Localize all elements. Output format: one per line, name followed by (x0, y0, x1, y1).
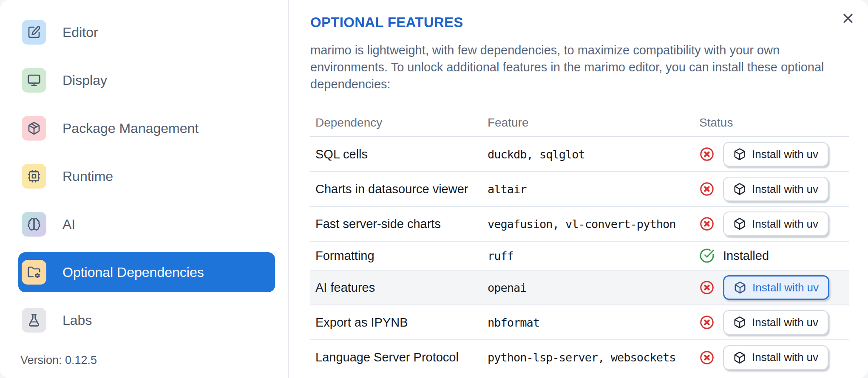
brain-icon (22, 212, 46, 237)
sidebar-item-label: Display (62, 73, 107, 88)
sidebar-nav: Editor Display Package Management Runtim… (18, 12, 275, 340)
dependency-name: Fast server-side charts (315, 217, 441, 231)
feature-packages: openai (488, 281, 527, 294)
feature-packages: ruff (488, 249, 513, 262)
table-row-formatting: Formatting ruff Installed (310, 241, 849, 270)
install-with-uv-button[interactable]: Install with uv (723, 310, 828, 335)
panel-description: marimo is lightweight, with few dependen… (310, 42, 844, 93)
box-icon (733, 183, 746, 195)
cpu-icon (22, 164, 46, 189)
sidebar-item-label: Optional Dependencies (62, 265, 204, 280)
sidebar-item-editor[interactable]: Editor (18, 12, 275, 52)
feature-packages: nbformat (488, 316, 539, 329)
sidebar-item-optional-dependencies[interactable]: Optional Dependencies (18, 252, 275, 292)
status-cell: Install with uv (699, 142, 849, 166)
status-cell: Install with uv (699, 212, 849, 236)
dependency-name: SQL cells (315, 147, 368, 161)
feature-packages: altair (488, 183, 527, 196)
box-icon (733, 217, 746, 230)
status-cell: Install with uv (699, 177, 849, 201)
table-row-charts-in-datasource-viewer: Charts in datasource viewer altair Insta… (310, 172, 849, 206)
folder-cog-icon (22, 260, 46, 285)
dependency-name: AI features (315, 281, 375, 294)
sidebar-item-label: Runtime (62, 169, 113, 184)
install-with-uv-button[interactable]: Install with uv (723, 275, 829, 300)
column-header-dependency: Dependency (310, 109, 488, 137)
install-with-uv-button[interactable]: Install with uv (723, 212, 828, 236)
sidebar-item-ai[interactable]: AI (18, 204, 275, 244)
dependency-name: Charts in datasource viewer (315, 182, 468, 196)
circle-x-icon (699, 216, 715, 231)
box-icon (733, 148, 746, 161)
circle-x-icon (699, 147, 715, 162)
settings-sidebar: Editor Display Package Management Runtim… (0, 0, 289, 378)
install-button-label: Install with uv (752, 183, 818, 196)
circle-check-icon (699, 248, 715, 263)
table-row-language-server-protocol: Language Server Protocol python-lsp-serv… (310, 340, 849, 375)
box-icon (733, 316, 746, 329)
table-row-sql-cells: SQL cells duckdb, sqlglot Install with u… (310, 137, 849, 172)
box-icon (733, 351, 746, 364)
sidebar-item-label: Editor (62, 25, 98, 40)
table-row-fast-server-side-charts: Fast server-side charts vegafusion, vl-c… (310, 206, 849, 241)
sidebar-item-package-management[interactable]: Package Management (18, 108, 275, 148)
column-header-status: Status (699, 109, 849, 137)
optional-features-panel: OPTIONAL FEATURES marimo is lightweight,… (289, 0, 868, 378)
feature-packages: duckdb, sqlglot (488, 148, 585, 161)
install-button-label: Install with uv (752, 281, 819, 294)
close-icon[interactable] (838, 8, 858, 28)
circle-x-icon (699, 315, 715, 330)
version-label: Version: 0.12.5 (20, 354, 97, 367)
circle-x-icon (699, 280, 715, 295)
install-with-uv-button[interactable]: Install with uv (723, 142, 828, 166)
circle-x-icon (699, 181, 715, 197)
dependency-name: Formatting (315, 249, 374, 262)
dependency-name: Export as IPYNB (315, 316, 408, 329)
sidebar-item-label: Labs (62, 313, 92, 328)
page-title: OPTIONAL FEATURES (310, 14, 849, 31)
optional-features-table: Dependency Feature Status SQL cells duck… (310, 109, 849, 375)
install-button-label: Install with uv (752, 316, 818, 329)
install-button-label: Install with uv (752, 351, 818, 364)
sidebar-item-display[interactable]: Display (18, 60, 275, 100)
status-cell: Install with uv (699, 310, 849, 335)
status-cell: Install with uv (699, 275, 849, 300)
box-icon (734, 281, 746, 294)
sidebar-item-label: AI (62, 217, 75, 232)
package-icon (22, 116, 46, 141)
install-button-label: Install with uv (752, 148, 818, 161)
install-button-label: Install with uv (752, 217, 818, 231)
settings-dialog: Editor Display Package Management Runtim… (0, 0, 868, 378)
monitor-icon (22, 68, 46, 93)
sidebar-item-labs[interactable]: Labs (18, 300, 275, 340)
sidebar-item-label: Package Management (62, 121, 199, 136)
column-header-feature: Feature (488, 109, 699, 137)
installed-status-label: Installed (723, 249, 769, 263)
status-cell: Install with uv (699, 345, 849, 370)
sidebar-item-runtime[interactable]: Runtime (18, 156, 275, 196)
install-with-uv-button[interactable]: Install with uv (723, 345, 828, 370)
feature-packages: python-lsp-server, websockets (488, 351, 675, 364)
status-cell: Installed (699, 248, 849, 263)
install-with-uv-button[interactable]: Install with uv (723, 177, 828, 201)
flask-icon (22, 308, 46, 333)
feature-packages: vegafusion, vl-convert-python (488, 217, 675, 231)
table-row-export-as-ipynb: Export as IPYNB nbformat Install with uv (310, 305, 849, 340)
square-pen-icon (22, 20, 46, 45)
table-row-ai-features: AI features openai Install with uv (310, 270, 849, 305)
dependency-name: Language Server Protocol (315, 350, 459, 364)
circle-x-icon (699, 350, 715, 365)
